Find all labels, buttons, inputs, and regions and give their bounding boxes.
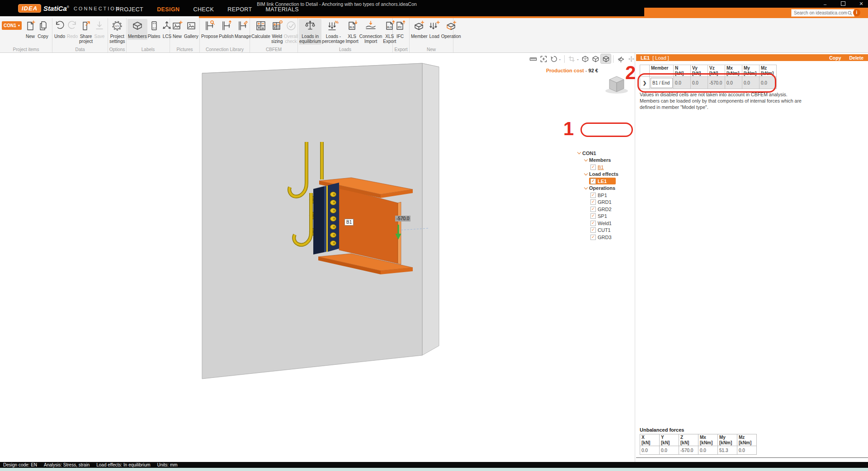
checkbox-checked[interactable]: ✓ — [590, 227, 596, 233]
unbalanced-column-z: Z[kN] — [679, 434, 698, 446]
ribbon-button-load[interactable]: Load — [428, 19, 441, 40]
ribbon-button-xls-import[interactable]: XLSXLS Import — [345, 19, 359, 45]
ribbon-button-undo[interactable]: Undo — [53, 19, 66, 40]
svg-text:%: % — [335, 20, 339, 24]
ribbon-button-operation[interactable]: Operation — [441, 19, 462, 40]
beam-edit-icon — [237, 20, 249, 33]
annotation-step-1: 1 — [563, 119, 574, 138]
close-button[interactable]: ✕ — [857, 1, 865, 7]
ribbon-group-label: Labels — [127, 47, 170, 52]
ribbon-group-options: </>Project settingsOptions — [108, 18, 127, 52]
redo-icon — [66, 20, 78, 33]
ribbon-group-connection-library: ProposePublishManageConnection Library — [200, 18, 250, 52]
tree-item-cut1[interactable]: ✓CUT1 — [577, 227, 634, 234]
tree-item-grd1[interactable]: ✓GRD1 — [577, 199, 634, 206]
ribbon-button-loads-in-equilibrium[interactable]: Loads in equilibrium — [299, 19, 321, 45]
ribbon-button-label: Publish — [219, 34, 234, 39]
ribbon-button-label: Redo — [67, 34, 78, 39]
menu-materials[interactable]: MATERIALS — [266, 6, 299, 13]
ribbon-button-project-settings[interactable]: </>Project settings — [109, 19, 125, 45]
main-menu: PROJECT DESIGN CHECK REPORT MATERIALS — [116, 6, 299, 13]
chevron-down-icon[interactable] — [584, 158, 588, 161]
checkbox-checked[interactable]: ✓ — [590, 207, 596, 212]
menu-project[interactable]: PROJECT — [116, 6, 143, 13]
search-field-wrap — [791, 9, 854, 17]
ribbon-button-label: Connection Import — [359, 34, 382, 44]
ribbon-group-label: Loads — [298, 47, 392, 52]
box-op-plus-icon — [445, 20, 457, 33]
orbit-button[interactable] — [549, 54, 559, 63]
maximize-button[interactable] — [839, 1, 847, 7]
checkbox-checked[interactable]: ✓ — [590, 179, 596, 184]
clipping-button[interactable] — [616, 54, 626, 63]
orbit-dropdown-caret[interactable]: ⌄ — [558, 57, 561, 61]
cube-wireframe-button[interactable] — [580, 54, 590, 63]
base-plate-edge — [324, 186, 326, 252]
ribbon-button-member[interactable]: Member — [410, 19, 428, 40]
tree-item-b1[interactable]: ✓B1 — [577, 164, 634, 171]
ribbon-button-connection-import[interactable]: Connection Import — [359, 19, 383, 45]
ribbon-button-manage[interactable]: Manage — [234, 19, 251, 40]
ribbon-button-label: Operation — [441, 34, 461, 39]
checkbox-checked[interactable]: ✓ — [590, 193, 596, 198]
ribbon-button-members[interactable]: Members — [127, 19, 147, 40]
ribbon-button-share-project[interactable]: Share project — [79, 19, 93, 45]
tree-section-load-effects[interactable]: Load effects — [577, 171, 634, 178]
transform-dropdown-caret[interactable]: ⌄ — [576, 57, 580, 61]
checkbox-checked[interactable]: ✓ — [590, 165, 596, 170]
menu-check[interactable]: CHECK — [193, 6, 214, 13]
ribbon-button-ifc[interactable]: IFCIFC — [394, 19, 406, 40]
svg-text:</>: </> — [115, 24, 120, 28]
checkbox-checked[interactable]: ✓ — [590, 199, 596, 205]
tree-item-le1[interactable]: ✓LE1 — [577, 178, 634, 185]
member-label-b1[interactable]: B1 — [344, 219, 354, 226]
chevron-down-icon[interactable] — [577, 151, 581, 154]
search-input[interactable] — [792, 10, 847, 15]
measure-button[interactable] — [528, 54, 538, 63]
connection-selector[interactable]: CON1▾ — [2, 21, 22, 30]
ribbon-button-plates[interactable]: Plates — [147, 19, 161, 40]
ribbon-button-publish[interactable]: Publish — [218, 19, 234, 40]
ribbon-button-new[interactable]: New — [171, 19, 184, 40]
ribbon-group-cbfem: CalculateWeld sizingOverall checkCBFEM — [250, 18, 298, 52]
tree-item-grd2[interactable]: ✓GRD2 — [577, 206, 634, 213]
checkbox-checked[interactable]: ✓ — [590, 213, 596, 219]
cube-solid-button[interactable] — [601, 54, 611, 63]
tree-item-grd3[interactable]: ✓GRD3 — [577, 234, 634, 241]
tree-item-bp1[interactable]: ✓BP1 — [577, 192, 634, 199]
minimize-button[interactable]: – — [821, 1, 829, 7]
tree-item-selected[interactable]: ✓LE1 — [589, 178, 616, 184]
ribbon-button-propose[interactable]: Propose — [201, 19, 218, 40]
chevron-down-icon[interactable] — [584, 186, 588, 189]
cube-hidden-line-button[interactable] — [590, 54, 600, 63]
copy-button[interactable]: Copy — [829, 55, 841, 61]
menu-design[interactable]: DESIGN — [157, 6, 179, 13]
ribbon-button-gallery[interactable]: Gallery — [184, 19, 199, 40]
delete-button[interactable]: Delete — [849, 55, 863, 61]
viewport-3d[interactable]: B1 -570.0 ⌄⌄ Production cost - 92 € CON1… — [0, 53, 634, 462]
ribbon-button-copy[interactable]: Copy — [37, 19, 49, 40]
gear-code-icon: </> — [111, 20, 123, 33]
status-bar: Design code: EN Analysis: Stress, strain… — [0, 462, 868, 468]
tree-root-con1[interactable]: CON1 — [577, 150, 634, 157]
ribbon-button-loads-percentage[interactable]: %Loads - percentage — [321, 19, 345, 45]
ribbon-button-new[interactable]: New — [24, 19, 37, 40]
menu-report[interactable]: REPORT — [227, 6, 252, 13]
window-title: BIM link Connection to Detail - Anchorin… — [190, 1, 484, 7]
load-value-label[interactable]: -570.0 — [395, 216, 410, 221]
chevron-down-icon[interactable] — [584, 172, 588, 175]
ribbon-button-weld-sizing[interactable]: Weld sizing — [271, 19, 283, 45]
checkbox-checked[interactable]: ✓ — [590, 235, 596, 240]
tree-item-weld1[interactable]: ✓Weld1 — [577, 220, 634, 227]
tree-section-operations[interactable]: Operations — [577, 185, 634, 192]
info-icon[interactable]: i — [853, 9, 860, 16]
weld-down-icon — [365, 20, 377, 33]
idea-logo-mark: IDEA — [18, 4, 41, 13]
tree-item-sp1[interactable]: ✓SP1 — [577, 213, 634, 220]
doc-plus-icon — [24, 20, 36, 33]
ribbon-button-calculate[interactable]: Calculate — [251, 19, 271, 40]
tree-section-members[interactable]: Members — [577, 157, 634, 164]
zoom-fit-button[interactable] — [538, 54, 548, 63]
checkbox-checked[interactable]: ✓ — [590, 221, 596, 226]
clipping-icon — [617, 55, 625, 63]
